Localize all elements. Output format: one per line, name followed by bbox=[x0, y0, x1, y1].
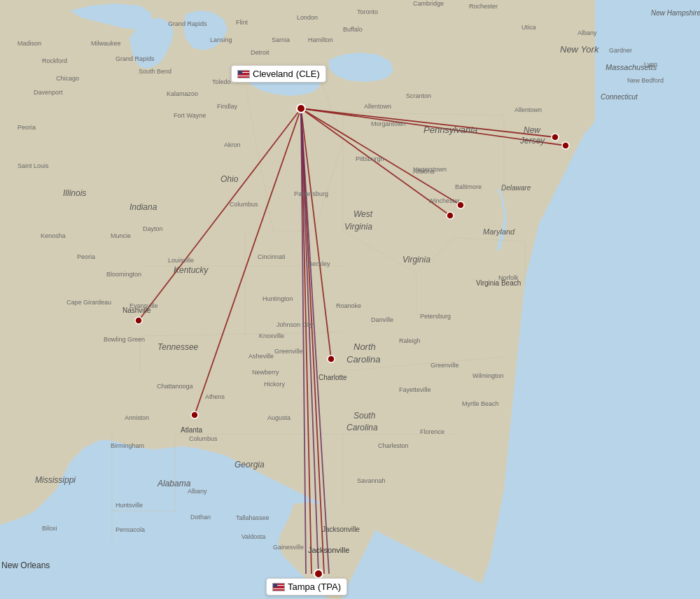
svg-text:Newberry: Newberry bbox=[252, 369, 279, 376]
svg-text:Georgia: Georgia bbox=[234, 460, 265, 470]
cleveland-airport-code: (CLE) bbox=[296, 69, 320, 79]
svg-text:Wilmington: Wilmington bbox=[472, 372, 504, 379]
svg-text:Scranton: Scranton bbox=[406, 92, 431, 99]
svg-text:Fayetteville: Fayetteville bbox=[399, 386, 431, 393]
svg-text:Chicago: Chicago bbox=[56, 75, 79, 82]
svg-text:Evansville: Evansville bbox=[130, 302, 158, 309]
svg-point-43 bbox=[552, 134, 559, 141]
svg-text:Flint: Flint bbox=[236, 19, 248, 26]
svg-text:Albany: Albany bbox=[578, 29, 597, 36]
svg-text:Ohio: Ohio bbox=[220, 174, 239, 184]
svg-text:Jersey: Jersey bbox=[519, 136, 545, 146]
svg-text:Hickory: Hickory bbox=[264, 381, 286, 388]
svg-text:Pittsburgh: Pittsburgh bbox=[356, 155, 384, 162]
svg-text:Tallahassee: Tallahassee bbox=[236, 514, 270, 521]
svg-text:Bowling Green: Bowling Green bbox=[104, 336, 145, 343]
svg-text:Bloomington: Bloomington bbox=[106, 271, 141, 278]
svg-text:Baltimore: Baltimore bbox=[455, 183, 482, 190]
svg-text:North: North bbox=[354, 341, 376, 352]
svg-point-50 bbox=[297, 104, 305, 113]
svg-text:Petersburg: Petersburg bbox=[420, 313, 451, 320]
svg-text:Cincinnati: Cincinnati bbox=[258, 253, 286, 260]
svg-text:Pennsylvania: Pennsylvania bbox=[424, 125, 477, 135]
svg-text:Allentown: Allentown bbox=[514, 106, 542, 113]
svg-text:Albany: Albany bbox=[188, 488, 207, 495]
svg-text:Hagerstown: Hagerstown bbox=[413, 166, 447, 173]
svg-text:Norfolk: Norfolk bbox=[498, 274, 519, 281]
svg-text:Charlotte: Charlotte bbox=[318, 374, 347, 381]
svg-text:New Hampshire: New Hampshire bbox=[651, 9, 700, 17]
svg-text:Carolina: Carolina bbox=[346, 423, 378, 432]
svg-text:Delaware: Delaware bbox=[501, 184, 531, 192]
svg-point-47 bbox=[328, 355, 335, 362]
svg-text:Illinois: Illinois bbox=[63, 188, 86, 198]
svg-text:Danville: Danville bbox=[371, 316, 393, 323]
tampa-airport-code: (TPA) bbox=[318, 582, 341, 592]
svg-text:Findlay: Findlay bbox=[217, 103, 238, 110]
tampa-label[interactable]: Tampa (TPA) bbox=[266, 578, 347, 596]
svg-text:Cape Girardeau: Cape Girardeau bbox=[66, 299, 111, 306]
svg-text:Alabama: Alabama bbox=[157, 479, 191, 488]
cleveland-label[interactable]: Cleveland (CLE) bbox=[231, 65, 326, 83]
svg-text:Winchester: Winchester bbox=[428, 197, 460, 204]
svg-text:Columbus: Columbus bbox=[230, 201, 258, 208]
tampa-city-name: Tampa bbox=[288, 582, 315, 592]
svg-text:Peoria: Peoria bbox=[77, 253, 95, 260]
svg-text:Connecticut: Connecticut bbox=[601, 93, 638, 101]
svg-text:New Orleans: New Orleans bbox=[1, 561, 50, 570]
svg-text:Greenville: Greenville bbox=[274, 348, 303, 355]
svg-text:Utica: Utica bbox=[522, 24, 536, 31]
svg-text:Beckley: Beckley bbox=[308, 260, 330, 267]
svg-text:Lansing: Lansing bbox=[210, 36, 232, 43]
svg-text:Madison: Madison bbox=[18, 40, 41, 47]
svg-point-51 bbox=[314, 570, 323, 578]
svg-text:Huntsville: Huntsville bbox=[115, 502, 143, 509]
svg-text:Atlanta: Atlanta bbox=[181, 426, 203, 434]
svg-text:Maryland: Maryland bbox=[483, 227, 515, 236]
svg-text:Muncie: Muncie bbox=[111, 232, 131, 239]
svg-text:Dayton: Dayton bbox=[143, 225, 163, 232]
svg-text:Birmingham: Birmingham bbox=[111, 442, 144, 449]
svg-text:Rockford: Rockford bbox=[42, 57, 67, 64]
svg-text:Greenville: Greenville bbox=[430, 362, 459, 369]
svg-text:Hamilton: Hamilton bbox=[308, 36, 333, 43]
svg-text:Augusta: Augusta bbox=[267, 414, 290, 421]
svg-text:Peoria: Peoria bbox=[18, 124, 36, 131]
svg-text:Johnson City: Johnson City bbox=[276, 321, 314, 328]
svg-text:Grand Rapids: Grand Rapids bbox=[115, 55, 155, 62]
svg-text:South: South bbox=[354, 411, 376, 421]
svg-text:West: West bbox=[354, 209, 373, 219]
svg-text:South Bend: South Bend bbox=[139, 68, 172, 75]
route-map: Illinois Indiana Ohio Kentucky Tennessee… bbox=[0, 0, 700, 599]
svg-text:Jacksonville: Jacksonville bbox=[322, 526, 360, 533]
svg-text:Cambridge: Cambridge bbox=[413, 0, 444, 7]
svg-text:Dothan: Dothan bbox=[190, 514, 211, 521]
svg-text:Milwaukee: Milwaukee bbox=[91, 40, 121, 47]
svg-text:Carolina: Carolina bbox=[346, 354, 380, 365]
svg-text:Huntington: Huntington bbox=[262, 295, 293, 302]
svg-text:Virginia: Virginia bbox=[344, 222, 372, 232]
svg-text:New Bedford: New Bedford bbox=[627, 77, 664, 84]
svg-text:Grand Rapids: Grand Rapids bbox=[168, 20, 207, 27]
svg-text:Gainesville: Gainesville bbox=[273, 544, 304, 551]
us-flag-cleveland bbox=[237, 70, 250, 78]
svg-text:Savannah: Savannah bbox=[357, 477, 386, 484]
svg-point-48 bbox=[135, 317, 142, 324]
svg-text:Valdosta: Valdosta bbox=[241, 533, 265, 540]
svg-text:Roanoke: Roanoke bbox=[336, 302, 361, 309]
svg-text:Davenport: Davenport bbox=[34, 89, 63, 96]
cleveland-city-name: Cleveland bbox=[253, 69, 293, 79]
svg-text:Pensacola: Pensacola bbox=[115, 526, 145, 533]
svg-point-44 bbox=[562, 142, 569, 149]
svg-text:Mississippi: Mississippi bbox=[35, 475, 76, 485]
svg-text:Allentown: Allentown bbox=[364, 103, 391, 110]
svg-text:Florence: Florence bbox=[420, 428, 444, 435]
svg-text:London: London bbox=[297, 14, 318, 21]
us-flag-tampa bbox=[272, 583, 285, 591]
svg-text:Biloxi: Biloxi bbox=[42, 525, 57, 532]
svg-text:Asheville: Asheville bbox=[248, 353, 274, 360]
svg-text:Lynn: Lynn bbox=[644, 61, 657, 68]
svg-text:Rochester: Rochester bbox=[469, 3, 498, 10]
svg-text:Morgantown: Morgantown bbox=[371, 120, 406, 127]
svg-text:Virginia: Virginia bbox=[402, 255, 430, 265]
